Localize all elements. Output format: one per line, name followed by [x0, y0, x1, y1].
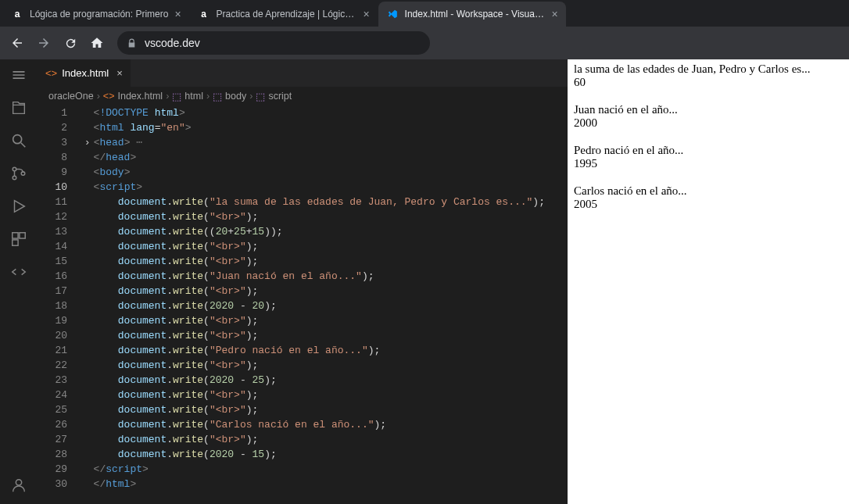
chevron-right-icon: › [249, 91, 253, 102]
chevron-right-icon: › [97, 91, 100, 102]
symbol-icon: ⬚ [172, 91, 181, 102]
breadcrumb-item[interactable]: script [268, 91, 292, 102]
svg-line-1 [20, 143, 25, 148]
activity-bar [0, 59, 38, 504]
editor-tab-label: Index.html [62, 67, 109, 79]
symbol-icon: ⬚ [256, 91, 265, 102]
lock-icon [127, 38, 137, 48]
tab-title: Lógica de programación: Primero [30, 9, 168, 20]
output-block: Juan nació en el año...2000 [574, 103, 843, 130]
account-icon[interactable] [9, 476, 28, 495]
close-icon[interactable]: × [174, 8, 181, 20]
url-bar[interactable]: vscode.dev [117, 31, 430, 55]
source-control-icon[interactable] [9, 164, 28, 183]
svg-rect-6 [19, 233, 24, 238]
remote-icon[interactable] [9, 263, 28, 281]
chevron-right-icon: › [206, 91, 210, 102]
reload-button[interactable] [59, 32, 81, 54]
output-block: Pedro nació en el año...1995 [574, 144, 843, 170]
search-icon[interactable] [9, 131, 28, 150]
html-file-icon: <> [103, 91, 115, 102]
run-debug-icon[interactable] [9, 197, 28, 216]
nav-bar: vscode.dev [0, 27, 849, 59]
code-lines[interactable]: <!DOCTYPE html> <html lang="en"> ›<head>… [78, 105, 568, 504]
chevron-right-icon: › [166, 91, 169, 102]
menu-icon[interactable] [9, 66, 28, 84]
svg-point-3 [13, 176, 16, 180]
svg-point-0 [13, 135, 21, 144]
favicon-vscode-icon [386, 8, 399, 20]
explorer-icon[interactable] [9, 98, 28, 117]
page-output: la suma de las edades de Juan, Pedro y C… [568, 59, 849, 428]
svg-rect-7 [12, 240, 17, 245]
editor-tab-index[interactable]: <> Index.html × [38, 59, 131, 87]
favicon-alura-icon: a [11, 8, 23, 20]
tab-strip: a Lógica de programación: Primero × a Pr… [0, 0, 849, 27]
vscode-body: <> Index.html × oracleOne › <> Index.htm… [0, 59, 568, 504]
vscode-app: <> Index.html × oracleOne › <> Index.htm… [0, 59, 568, 504]
browser-tab-0[interactable]: a Lógica de programación: Primero × [3, 2, 189, 27]
breadcrumb-item[interactable]: oracleOne [48, 91, 94, 102]
browser-chrome: a Lógica de programación: Primero × a Pr… [0, 0, 849, 59]
output-block: Carlos nació en el año...2005 [574, 184, 843, 211]
url-text: vscode.dev [145, 37, 200, 49]
extensions-icon[interactable] [9, 230, 28, 248]
output-block: la suma de las edades de Juan, Pedro y C… [574, 63, 843, 89]
code-editor[interactable]: 1238910111213141516171819202122232425262… [38, 105, 568, 504]
breadcrumb-item[interactable]: html [184, 91, 203, 102]
close-icon[interactable]: × [116, 67, 123, 79]
symbol-icon: ⬚ [213, 91, 222, 102]
editor-tabs: <> Index.html × [38, 59, 568, 87]
forward-button[interactable] [33, 32, 55, 54]
editor-area: <> Index.html × oracleOne › <> Index.htm… [38, 59, 568, 504]
home-button[interactable] [86, 32, 108, 54]
svg-rect-5 [12, 233, 17, 238]
tab-title: Index.html - Workspace - Visual S [405, 9, 546, 20]
tab-title: Practica de Aprendizaje | Lógica d [217, 9, 357, 20]
svg-point-8 [16, 480, 21, 485]
close-icon[interactable]: × [551, 8, 557, 20]
svg-point-2 [13, 167, 16, 171]
browser-tab-1[interactable]: a Practica de Aprendizaje | Lógica d × [190, 2, 378, 27]
favicon-alura-icon: a [198, 8, 210, 20]
close-icon[interactable]: × [363, 8, 369, 20]
breadcrumb-item[interactable]: Index.html [117, 91, 163, 102]
browser-tab-2[interactable]: Index.html - Workspace - Visual S × [378, 2, 566, 27]
back-button[interactable] [6, 32, 28, 54]
breadcrumb-item[interactable]: body [225, 91, 246, 102]
main-area: <> Index.html × oracleOne › <> Index.htm… [0, 59, 849, 504]
breadcrumbs[interactable]: oracleOne › <> Index.html › ⬚ html › ⬚ b… [38, 87, 568, 105]
html-file-icon: <> [45, 67, 57, 79]
line-number-gutter: 1238910111213141516171819202122232425262… [38, 105, 78, 504]
